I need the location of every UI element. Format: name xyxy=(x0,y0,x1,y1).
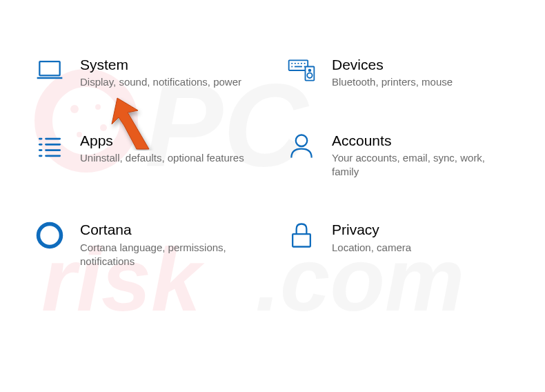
list-icon xyxy=(34,131,65,161)
settings-item-accounts[interactable]: Accounts Your accounts, email, sync, wor… xyxy=(286,131,511,179)
settings-item-privacy[interactable]: Privacy Location, camera xyxy=(286,220,511,268)
svg-point-30 xyxy=(296,135,308,146)
item-title: Cortana xyxy=(80,220,246,239)
svg-rect-8 xyxy=(39,61,59,75)
person-icon xyxy=(286,131,317,161)
keyboard-speaker-icon xyxy=(286,55,317,86)
item-title: Accounts xyxy=(332,131,497,150)
item-subtitle: Cortana language, permissions, notificat… xyxy=(80,241,246,269)
item-title: Apps xyxy=(80,131,244,150)
settings-item-cortana[interactable]: Cortana Cortana language, permissions, n… xyxy=(34,220,259,268)
settings-categories-grid: System Display, sound, notifications, po… xyxy=(0,0,545,303)
lock-icon xyxy=(286,220,317,251)
item-title: Devices xyxy=(332,55,453,74)
settings-item-system[interactable]: System Display, sound, notifications, po… xyxy=(34,55,259,90)
laptop-icon xyxy=(34,55,65,86)
svg-point-31 xyxy=(39,224,61,247)
cortana-circle-icon xyxy=(34,220,65,251)
settings-item-devices[interactable]: Devices Bluetooth, printers, mouse xyxy=(286,55,511,90)
settings-item-apps[interactable]: Apps Uninstall, defaults, optional featu… xyxy=(34,131,259,179)
svg-rect-32 xyxy=(293,235,310,247)
item-subtitle: Display, sound, notifications, power xyxy=(80,75,241,89)
item-subtitle: Your accounts, email, sync, work, family xyxy=(332,151,497,179)
item-title: Privacy xyxy=(332,220,411,239)
item-subtitle: Bluetooth, printers, mouse xyxy=(332,75,453,89)
item-title: System xyxy=(80,55,241,74)
item-subtitle: Location, camera xyxy=(332,241,411,255)
item-subtitle: Uninstall, defaults, optional features xyxy=(80,151,244,165)
svg-point-20 xyxy=(309,70,311,72)
